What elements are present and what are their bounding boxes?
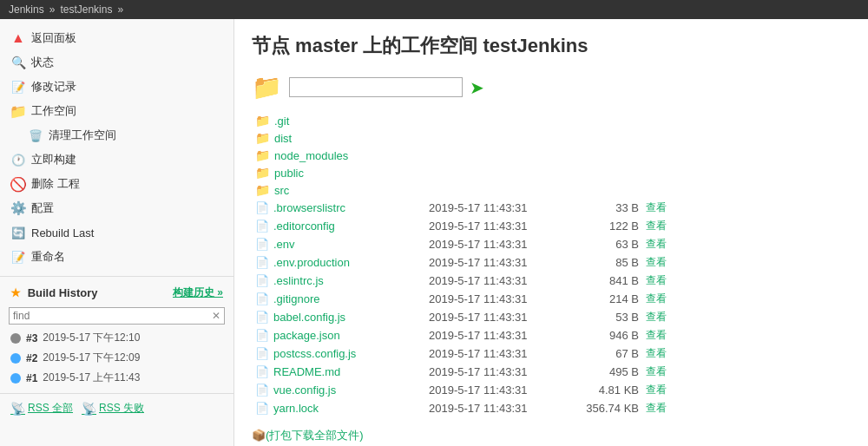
file-icon: 📄 bbox=[255, 201, 269, 214]
sidebar-item-rebuild[interactable]: 🔄 Rebuild Last bbox=[0, 220, 233, 245]
view-link[interactable]: 查看 bbox=[646, 365, 667, 377]
file-date: 2019-5-17 11:43:31 bbox=[429, 402, 559, 415]
file-row: 📄 vue.config.js 2019-5-17 11:43:31 4.81 … bbox=[252, 381, 851, 399]
view-link[interactable]: 查看 bbox=[646, 292, 667, 305]
file-action[interactable]: 查看 bbox=[646, 273, 667, 288]
sidebar-clean-label: 清理工作空间 bbox=[49, 128, 116, 143]
file-name: 📄 .env.production bbox=[255, 256, 429, 269]
page-title: 节点 master 上的工作空间 testJenkins bbox=[252, 33, 851, 59]
view-link[interactable]: 查看 bbox=[646, 238, 667, 250]
sidebar-item-workspace[interactable]: 📁 工作空间 bbox=[0, 99, 233, 123]
file-action[interactable]: 查看 bbox=[646, 219, 667, 233]
file-action[interactable]: 查看 bbox=[646, 237, 667, 252]
sidebar-item-clean-workspace[interactable]: 🗑️ 清理工作空间 bbox=[0, 123, 233, 148]
file-link[interactable]: package.json bbox=[273, 329, 340, 342]
file-link[interactable]: postcss.config.js bbox=[273, 347, 356, 360]
file-date: 2019-5-17 11:43:31 bbox=[429, 365, 559, 378]
file-date: 2019-5-17 11:43:31 bbox=[429, 220, 559, 233]
view-link[interactable]: 查看 bbox=[646, 220, 667, 232]
folder-icon: 📁 bbox=[255, 183, 270, 197]
file-action[interactable]: 查看 bbox=[646, 292, 667, 306]
folder-nav: 📁 ➤ bbox=[252, 73, 851, 102]
file-icon: 📄 bbox=[255, 384, 269, 397]
file-action[interactable]: 查看 bbox=[646, 383, 667, 397]
file-link[interactable]: .env bbox=[273, 238, 295, 251]
folder-link[interactable]: public bbox=[274, 167, 304, 180]
sidebar-item-back[interactable]: ▲ 返回面板 bbox=[0, 26, 233, 50]
view-link[interactable]: 查看 bbox=[646, 274, 667, 286]
file-action[interactable]: 查看 bbox=[646, 310, 667, 325]
sidebar-status-label: 状态 bbox=[31, 55, 54, 70]
build-history-link[interactable]: 构建历史 » bbox=[173, 285, 223, 300]
file-size: 85 B bbox=[559, 256, 646, 269]
build-history-title: ★ Build History bbox=[10, 286, 98, 299]
build-item[interactable]: #1 2019-5-17 上午11:43 bbox=[0, 368, 233, 388]
rss-fail-link[interactable]: 📡 RSS 失败 bbox=[82, 401, 144, 416]
file-link[interactable]: .gitignore bbox=[273, 292, 319, 305]
folder-row[interactable]: 📁 node_modules bbox=[252, 147, 851, 164]
search-clear-icon[interactable]: ✕ bbox=[212, 310, 220, 322]
folder-link[interactable]: .git bbox=[274, 115, 289, 128]
file-action[interactable]: 查看 bbox=[646, 255, 667, 270]
sidebar-item-changelog[interactable]: 📝 修改记录 bbox=[0, 75, 233, 99]
rss-all-link[interactable]: 📡 RSS 全部 bbox=[10, 401, 73, 416]
file-date: 2019-5-17 11:43:31 bbox=[429, 292, 559, 305]
download-all-link[interactable]: 📦(打包下载全部文件) bbox=[252, 429, 364, 442]
file-icon: 📄 bbox=[255, 329, 269, 342]
file-size: 33 B bbox=[559, 201, 646, 214]
folder-icon: 📁 bbox=[255, 114, 270, 128]
build-item[interactable]: #2 2019-5-17 下午12:09 bbox=[0, 348, 233, 368]
view-link[interactable]: 查看 bbox=[646, 201, 667, 213]
breadcrumb-jenkins[interactable]: Jenkins bbox=[9, 3, 44, 16]
file-action[interactable]: 查看 bbox=[646, 328, 667, 343]
file-link[interactable]: README.md bbox=[273, 365, 340, 378]
folder-row[interactable]: 📁 public bbox=[252, 164, 851, 181]
folder-row[interactable]: 📁 dist bbox=[252, 129, 851, 147]
workspace-icon: 📁 bbox=[10, 103, 26, 119]
sidebar-item-status[interactable]: 🔍 状态 bbox=[0, 50, 233, 75]
folder-row[interactable]: 📁 .git bbox=[252, 112, 851, 129]
file-name: 📄 package.json bbox=[255, 329, 429, 342]
folder-icon: 📁 bbox=[255, 166, 270, 180]
config-icon: ⚙️ bbox=[10, 200, 26, 216]
file-row: 📄 .editorconfig 2019-5-17 11:43:31 122 B… bbox=[252, 217, 851, 235]
folder-icon: 📁 bbox=[255, 148, 270, 162]
file-action[interactable]: 查看 bbox=[646, 346, 667, 361]
view-link[interactable]: 查看 bbox=[646, 311, 667, 323]
build-search-input[interactable] bbox=[13, 310, 212, 322]
build-status-dot bbox=[10, 353, 21, 364]
folder-link[interactable]: node_modules bbox=[274, 149, 348, 162]
view-link[interactable]: 查看 bbox=[646, 384, 667, 396]
file-date: 2019-5-17 11:43:31 bbox=[429, 347, 559, 360]
file-row: 📄 babel.config.js 2019-5-17 11:43:31 53 … bbox=[252, 308, 851, 326]
folder-link[interactable]: src bbox=[274, 184, 289, 197]
file-link[interactable]: babel.config.js bbox=[273, 311, 345, 324]
file-link[interactable]: .eslintrc.js bbox=[273, 274, 324, 287]
view-link[interactable]: 查看 bbox=[646, 329, 667, 341]
folder-row[interactable]: 📁 src bbox=[252, 181, 851, 199]
file-link[interactable]: .editorconfig bbox=[273, 220, 335, 233]
file-row: 📄 .eslintrc.js 2019-5-17 11:43:31 841 B … bbox=[252, 272, 851, 290]
file-link[interactable]: yarn.lock bbox=[273, 402, 319, 415]
build-item[interactable]: #3 2019-5-17 下午12:10 bbox=[0, 328, 233, 348]
sidebar-item-config[interactable]: ⚙️ 配置 bbox=[0, 196, 233, 220]
view-link[interactable]: 查看 bbox=[646, 347, 667, 359]
go-button[interactable]: ➤ bbox=[470, 77, 484, 98]
file-link[interactable]: .env.production bbox=[273, 256, 350, 269]
sidebar-item-rename[interactable]: 📝 重命名 bbox=[0, 245, 233, 269]
path-input[interactable] bbox=[289, 77, 463, 97]
build-search-box[interactable]: ✕ bbox=[9, 307, 225, 325]
sidebar-rebuild-label: Rebuild Last bbox=[31, 226, 94, 239]
sidebar-item-delete[interactable]: 🚫 删除 工程 bbox=[0, 172, 233, 196]
view-link[interactable]: 查看 bbox=[646, 402, 667, 414]
view-link[interactable]: 查看 bbox=[646, 256, 667, 268]
file-link[interactable]: vue.config.js bbox=[273, 384, 336, 397]
sidebar-item-build-now[interactable]: 🕐 立即构建 bbox=[0, 148, 233, 172]
folder-link[interactable]: dist bbox=[274, 132, 292, 145]
sidebar-config-label: 配置 bbox=[31, 200, 54, 216]
file-action[interactable]: 查看 bbox=[646, 401, 667, 416]
file-action[interactable]: 查看 bbox=[646, 364, 667, 379]
file-action[interactable]: 查看 bbox=[646, 200, 667, 215]
file-link[interactable]: .browserslistrc bbox=[273, 201, 345, 214]
breadcrumb-project[interactable]: testJenkins bbox=[60, 3, 112, 16]
